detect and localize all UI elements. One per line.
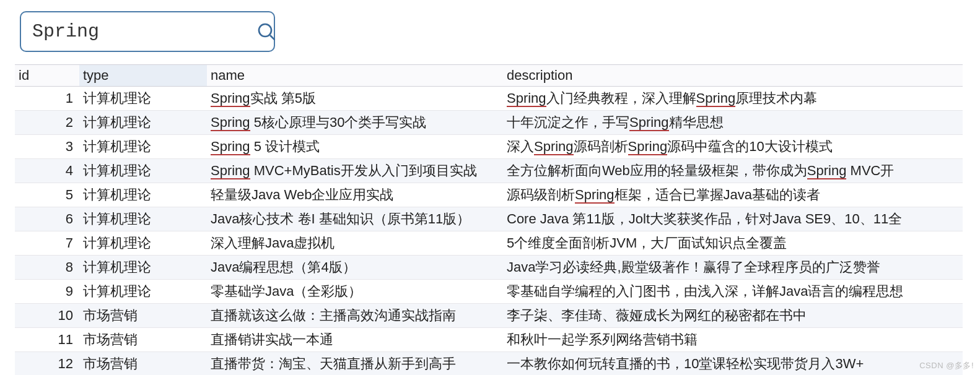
- cell-description: 李子柒、李佳琦、薇娅成长为网红的秘密都在书中: [503, 304, 963, 328]
- cell-type: 计算机理论: [79, 183, 207, 207]
- cell-id: 8: [15, 256, 79, 280]
- cell-name: 深入理解Java虚拟机: [207, 231, 503, 256]
- table-row[interactable]: 1计算机理论Spring实战 第5版Spring入门经典教程，深入理解Sprin…: [15, 87, 963, 111]
- watermark: CSDN @多多!: [919, 360, 974, 371]
- table-row[interactable]: 4计算机理论Spring MVC+MyBatis开发从入门到项目实战全方位解析面…: [15, 159, 963, 183]
- col-header-description[interactable]: description: [503, 65, 963, 87]
- cell-description: 零基础自学编程的入门图书，由浅入深，详解Java语言的编程思想: [503, 280, 963, 304]
- cell-type: 市场营销: [79, 304, 207, 328]
- table-row[interactable]: 2计算机理论Spring 5核心原理与30个类手写实战十年沉淀之作，手写Spri…: [15, 111, 963, 135]
- cell-type: 计算机理论: [79, 280, 207, 304]
- table-row[interactable]: 6计算机理论Java核心技术 卷I 基础知识（原书第11版）Core Java …: [15, 207, 963, 231]
- cell-description: Spring入门经典教程，深入理解Spring原理技术内幕: [503, 87, 963, 111]
- cell-description: 一本教你如何玩转直播的书，10堂课轻松实现带货月入3W+: [503, 352, 963, 376]
- table-row[interactable]: 8计算机理论Java编程思想（第4版）Java学习必读经典,殿堂级著作！赢得了全…: [15, 256, 963, 280]
- cell-id: 11: [15, 328, 79, 352]
- table-row[interactable]: 11市场营销直播销讲实战一本通和秋叶一起学系列网络营销书籍: [15, 328, 963, 352]
- svg-line-1: [270, 35, 274, 40]
- cell-name: 直播销讲实战一本通: [207, 328, 503, 352]
- cell-description: Core Java 第11版，Jolt大奖获奖作品，针对Java SE9、10、…: [503, 207, 963, 231]
- cell-name: 直播带货：淘宝、天猫直播从新手到高手: [207, 352, 503, 376]
- search-input[interactable]: [32, 21, 256, 42]
- cell-description: 全方位解析面向Web应用的轻量级框架，带你成为Spring MVC开: [503, 159, 963, 183]
- cell-type: 计算机理论: [79, 159, 207, 183]
- cell-type: 计算机理论: [79, 207, 207, 231]
- cell-id: 2: [15, 111, 79, 135]
- svg-point-0: [259, 24, 271, 37]
- cell-type: 市场营销: [79, 352, 207, 376]
- col-header-name[interactable]: name: [207, 65, 503, 87]
- cell-name: Java编程思想（第4版）: [207, 256, 503, 280]
- table-header-row: id type name description: [15, 65, 963, 87]
- cell-type: 计算机理论: [79, 256, 207, 280]
- cell-id: 7: [15, 231, 79, 256]
- cell-type: 计算机理论: [79, 87, 207, 111]
- search-box[interactable]: [20, 11, 275, 52]
- cell-id: 4: [15, 159, 79, 183]
- table-row[interactable]: 3计算机理论Spring 5 设计模式深入Spring源码剖析Spring源码中…: [15, 135, 963, 159]
- table-row[interactable]: 10市场营销直播就该这么做：主播高效沟通实战指南李子柒、李佳琦、薇娅成长为网红的…: [15, 304, 963, 328]
- cell-type: 计算机理论: [79, 135, 207, 159]
- cell-description: 十年沉淀之作，手写Spring精华思想: [503, 111, 963, 135]
- cell-name: Spring 5 设计模式: [207, 135, 503, 159]
- cell-id: 3: [15, 135, 79, 159]
- table-row[interactable]: 5计算机理论轻量级Java Web企业应用实战源码级剖析Spring框架，适合已…: [15, 183, 963, 207]
- cell-name: Spring 5核心原理与30个类手写实战: [207, 111, 503, 135]
- cell-description: 源码级剖析Spring框架，适合已掌握Java基础的读者: [503, 183, 963, 207]
- cell-type: 计算机理论: [79, 111, 207, 135]
- results-table: id type name description 1计算机理论Spring实战 …: [15, 64, 963, 375]
- cell-name: 轻量级Java Web企业应用实战: [207, 183, 503, 207]
- cell-id: 1: [15, 87, 79, 111]
- table-row[interactable]: 12市场营销直播带货：淘宝、天猫直播从新手到高手一本教你如何玩转直播的书，10堂…: [15, 352, 963, 376]
- cell-description: 深入Spring源码剖析Spring源码中蕴含的10大设计模式: [503, 135, 963, 159]
- cell-type: 市场营销: [79, 328, 207, 352]
- search-icon[interactable]: [256, 22, 276, 41]
- cell-description: 和秋叶一起学系列网络营销书籍: [503, 328, 963, 352]
- cell-type: 计算机理论: [79, 231, 207, 256]
- table-row[interactable]: 9计算机理论零基础学Java（全彩版）零基础自学编程的入门图书，由浅入深，详解J…: [15, 280, 963, 304]
- cell-name: Spring MVC+MyBatis开发从入门到项目实战: [207, 159, 503, 183]
- table-row[interactable]: 7计算机理论深入理解Java虚拟机5个维度全面剖析JVM，大厂面试知识点全覆盖: [15, 231, 963, 256]
- col-header-type[interactable]: type: [79, 65, 207, 87]
- cell-name: 零基础学Java（全彩版）: [207, 280, 503, 304]
- cell-id: 9: [15, 280, 79, 304]
- cell-id: 12: [15, 352, 79, 376]
- cell-name: 直播就该这么做：主播高效沟通实战指南: [207, 304, 503, 328]
- cell-description: 5个维度全面剖析JVM，大厂面试知识点全覆盖: [503, 231, 963, 256]
- cell-name: Spring实战 第5版: [207, 87, 503, 111]
- cell-name: Java核心技术 卷I 基础知识（原书第11版）: [207, 207, 503, 231]
- cell-id: 10: [15, 304, 79, 328]
- cell-description: Java学习必读经典,殿堂级著作！赢得了全球程序员的广泛赞誉: [503, 256, 963, 280]
- col-header-id[interactable]: id: [15, 65, 79, 87]
- cell-id: 6: [15, 207, 79, 231]
- cell-id: 5: [15, 183, 79, 207]
